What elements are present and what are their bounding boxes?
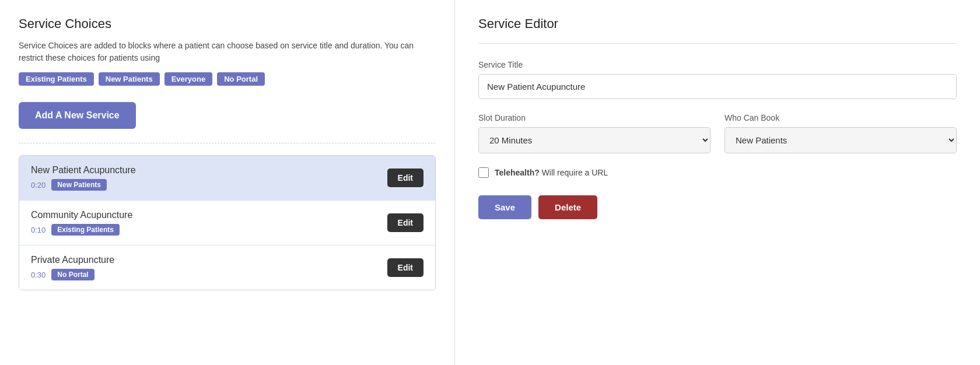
service-name: Private Acupuncture — [31, 255, 114, 265]
telehealth-row: Telehealth? Will require a URL — [478, 167, 957, 178]
service-info: Private Acupuncture 0:30 No Portal — [31, 255, 114, 280]
service-duration: 0:20 — [31, 181, 46, 189]
action-row: Save Delete — [478, 195, 957, 219]
service-info: New Patient Acupuncture 0:20 New Patient… — [31, 165, 136, 191]
description: Service Choices are added to blocks wher… — [19, 40, 436, 64]
badge-row: Existing Patients New Patients Everyone … — [19, 72, 436, 86]
service-title-label: Service Title — [478, 60, 957, 69]
telehealth-label: Telehealth? Will require a URL — [495, 168, 608, 177]
slot-duration-select[interactable]: 10 Minutes 20 Minutes 30 Minutes 45 Minu… — [478, 127, 710, 153]
service-badge: New Patients — [51, 179, 107, 191]
edit-button-private-acupuncture[interactable]: Edit — [387, 258, 424, 277]
service-meta: 0:10 Existing Patients — [31, 224, 132, 236]
service-item-community-acupuncture: Community Acupuncture 0:10 Existing Pati… — [19, 201, 435, 245]
who-can-book-field: Who Can Book Everyone New Patients Exist… — [724, 113, 957, 153]
right-panel: Service Editor Service Title Slot Durati… — [455, 0, 980, 365]
service-info: Community Acupuncture 0:10 Existing Pati… — [31, 210, 132, 236]
service-name: Community Acupuncture — [31, 210, 132, 220]
slot-duration-who-can-book-row: Slot Duration 10 Minutes 20 Minutes 30 M… — [478, 113, 957, 153]
badge-existing-patients: Existing Patients — [19, 72, 94, 86]
service-list: New Patient Acupuncture 0:20 New Patient… — [19, 155, 436, 290]
service-name: New Patient Acupuncture — [31, 165, 136, 176]
service-item-new-patient-acupuncture: New Patient Acupuncture 0:20 New Patient… — [19, 156, 435, 201]
badge-everyone: Everyone — [164, 72, 213, 86]
editor-divider — [478, 43, 957, 44]
add-service-button[interactable]: Add A New Service — [19, 102, 136, 129]
section-divider — [19, 143, 436, 143]
delete-button[interactable]: Delete — [538, 195, 597, 219]
save-button[interactable]: Save — [478, 195, 531, 219]
service-duration: 0:10 — [31, 226, 46, 234]
service-meta: 0:30 No Portal — [31, 269, 114, 280]
slot-duration-field: Slot Duration 10 Minutes 20 Minutes 30 M… — [478, 113, 710, 153]
who-can-book-label: Who Can Book — [724, 113, 957, 122]
service-title-input[interactable] — [478, 74, 957, 99]
badge-new-patients: New Patients — [99, 72, 160, 86]
service-duration: 0:30 — [31, 271, 46, 279]
telehealth-strong: Telehealth? — [495, 168, 540, 177]
service-item-private-acupuncture: Private Acupuncture 0:30 No Portal Edit — [19, 245, 435, 290]
left-panel: Service Choices Service Choices are adde… — [0, 0, 455, 365]
badge-no-portal: No Portal — [217, 72, 265, 86]
edit-button-new-patient-acupuncture[interactable]: Edit — [387, 169, 424, 187]
service-editor-title: Service Editor — [478, 16, 957, 31]
page-title: Service Choices — [19, 16, 436, 31]
telehealth-checkbox[interactable] — [478, 167, 489, 178]
service-meta: 0:20 New Patients — [31, 179, 136, 191]
slot-duration-label: Slot Duration — [478, 113, 710, 122]
who-can-book-select[interactable]: Everyone New Patients Existing Patients … — [724, 127, 957, 153]
service-title-field: Service Title — [478, 60, 957, 113]
service-badge: Existing Patients — [51, 224, 120, 236]
telehealth-rest: Will require a URL — [540, 168, 608, 177]
edit-button-community-acupuncture[interactable]: Edit — [387, 213, 424, 232]
service-badge: No Portal — [51, 269, 94, 280]
